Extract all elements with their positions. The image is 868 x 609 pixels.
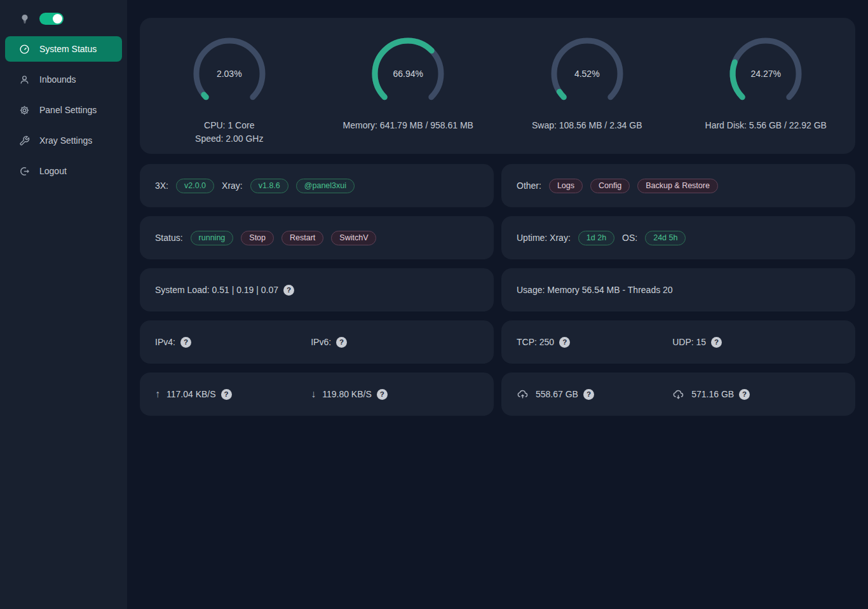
ipv6-label: IPv6: (311, 337, 331, 347)
disk-gauge-value: 24.27% (726, 34, 805, 113)
xray-label: Xray: (222, 181, 243, 191)
total-received-text: 571.16 GB (691, 389, 734, 399)
sidebar: System Status Inbounds Panel Settings Xr… (0, 0, 127, 609)
network-speed-card: ↑ 117.04 KB/S ? ↓ 119.80 KB/S ? (140, 373, 494, 416)
logs-button[interactable]: Logs (549, 179, 583, 193)
disk-caption: Hard Disk: 5.56 GB / 22.92 GB (705, 119, 827, 132)
memory-gauge-value: 66.94% (369, 34, 447, 113)
sidebar-item-xray-settings[interactable]: Xray Settings (5, 128, 122, 153)
arrow-down-icon: ↓ (311, 388, 316, 400)
uptime-card: Uptime: Xray: 1d 2h OS: 24d 5h (501, 216, 855, 259)
version-card: 3X: v2.0.0 Xray: v1.8.6 @panel3xui (140, 164, 494, 207)
swap-gauge-value: 4.52% (548, 34, 627, 113)
sidebar-item-panel-settings[interactable]: Panel Settings (5, 97, 122, 123)
upload-speed-text: 117.04 KB/S (166, 389, 216, 399)
theme-toggle-row (0, 13, 127, 25)
sidebar-item-label: Panel Settings (39, 105, 97, 115)
3x-label: 3X: (155, 181, 168, 191)
usage-card: Usage: Memory 56.54 MB - Threads 20 (501, 268, 855, 311)
panel-version-tag: v2.0.0 (176, 179, 214, 193)
switch-version-button[interactable]: SwitchV (331, 231, 376, 245)
udp-count-text: UDP: 15 (672, 337, 706, 347)
logout-icon (19, 166, 30, 177)
gear-icon (19, 105, 30, 116)
cpu-speed-caption: Speed: 2.00 GHz (195, 132, 263, 146)
xray-version-tag: v1.8.6 (250, 179, 288, 193)
question-circle-icon[interactable]: ? (377, 389, 388, 400)
download-speed-text: 119.80 KB/S (322, 389, 372, 399)
main-content: 2.03% CPU: 1 Core Speed: 2.00 GHz 66.94%… (127, 0, 868, 416)
system-gauges-card: 2.03% CPU: 1 Core Speed: 2.00 GHz 66.94%… (140, 18, 855, 154)
total-traffic-card: 558.67 GB ? 571.16 GB ? (501, 373, 855, 416)
usage-text: Usage: Memory 56.54 MB - Threads 20 (517, 285, 673, 295)
question-circle-icon[interactable]: ? (711, 337, 722, 348)
question-circle-icon[interactable]: ? (180, 337, 191, 348)
swap-gauge: 4.52% Swap: 108.56 MB / 2.34 GB (498, 34, 677, 154)
system-load-text: System Load: 0.51 | 0.19 | 0.07 (155, 285, 278, 295)
xray-uptime-tag: 1d 2h (578, 231, 614, 245)
toggle-knob (53, 14, 62, 24)
dashboard-icon (19, 44, 30, 55)
memory-gauge: 66.94% Memory: 641.79 MB / 958.61 MB (319, 34, 498, 154)
question-circle-icon[interactable]: ? (283, 285, 294, 296)
os-uptime-tag: 24d 5h (645, 231, 686, 245)
running-status-tag: running (191, 231, 234, 245)
xray-status-card: Status: running Stop Restart SwitchV (140, 216, 494, 259)
cloud-upload-icon (517, 388, 529, 400)
config-button[interactable]: Config (590, 179, 630, 193)
question-circle-icon[interactable]: ? (559, 337, 570, 348)
cpu-gauge: 2.03% CPU: 1 Core Speed: 2.00 GHz (140, 34, 319, 154)
info-grid: 3X: v2.0.0 Xray: v1.8.6 @panel3xui Other… (140, 164, 855, 416)
bulb-icon (19, 13, 31, 25)
cloud-download-icon (672, 388, 684, 400)
cpu-gauge-value: 2.03% (190, 34, 269, 113)
connections-card: TCP: 250 ? UDP: 15 ? (501, 320, 855, 364)
sidebar-item-label: System Status (39, 44, 97, 54)
sidebar-item-logout[interactable]: Logout (5, 158, 122, 184)
user-icon (19, 74, 30, 85)
sidebar-item-label: Inbounds (39, 74, 76, 85)
uptime-os-label: OS: (622, 233, 637, 243)
tcp-count-text: TCP: 250 (517, 337, 554, 347)
question-circle-icon[interactable]: ? (739, 389, 750, 400)
stop-button[interactable]: Stop (241, 231, 274, 245)
cpu-caption: CPU: 1 Core (195, 119, 263, 132)
question-circle-icon[interactable]: ? (583, 389, 594, 400)
question-circle-icon[interactable]: ? (336, 337, 347, 348)
sidebar-item-label: Logout (39, 166, 67, 176)
sidebar-item-label: Xray Settings (39, 135, 92, 146)
memory-caption: Memory: 641.79 MB / 958.61 MB (343, 119, 473, 132)
question-circle-icon[interactable]: ? (221, 389, 232, 400)
ip-card: IPv4: ? IPv6: ? (140, 320, 494, 364)
total-sent-text: 558.67 GB (536, 389, 578, 399)
restart-button[interactable]: Restart (281, 231, 323, 245)
status-label: Status: (155, 233, 183, 243)
system-load-card: System Load: 0.51 | 0.19 | 0.07 ? (140, 268, 494, 311)
arrow-up-icon: ↑ (155, 388, 160, 400)
swap-caption: Swap: 108.56 MB / 2.34 GB (532, 119, 642, 132)
telegram-tag[interactable]: @panel3xui (296, 179, 355, 193)
other-card: Other: Logs Config Backup & Restore (501, 164, 855, 207)
sidebar-item-inbounds[interactable]: Inbounds (5, 67, 122, 92)
dark-theme-toggle[interactable] (39, 13, 64, 25)
backup-restore-button[interactable]: Backup & Restore (637, 179, 718, 193)
uptime-xray-label: Uptime: Xray: (517, 233, 571, 243)
wrench-icon (19, 135, 30, 146)
ipv4-label: IPv4: (155, 337, 175, 347)
disk-gauge: 24.27% Hard Disk: 5.56 GB / 22.92 GB (677, 34, 856, 154)
other-label: Other: (517, 181, 541, 191)
sidebar-item-system-status[interactable]: System Status (5, 36, 122, 62)
